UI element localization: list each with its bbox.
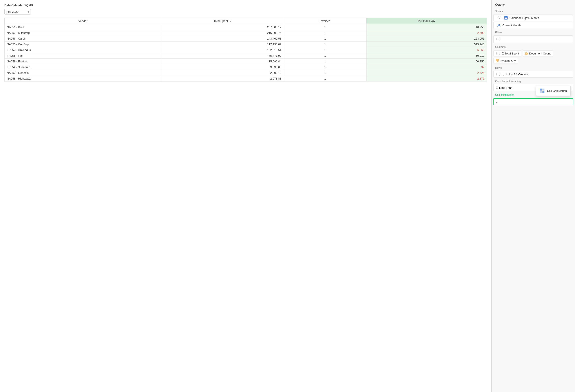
cell-total-spent: 102,518.54 (161, 47, 284, 53)
cell-total-spent: 75,471.90 (161, 53, 284, 59)
cell-total-spent: 117,133.02 (161, 42, 284, 47)
table-row: FR054 - Siren Info3,630.00137 (5, 64, 487, 70)
query-header: Query (492, 0, 575, 8)
date-dropdown[interactable]: Feb 2020Jan 2020Mar 2020Apr 2020 (4, 9, 31, 15)
cell-invoices: 1 (284, 64, 366, 70)
table-row: FR056 - Ifac75,471.90160,912 (5, 53, 487, 59)
columns-row: {…} Σ Total Spent Document Count Invoice… (492, 49, 575, 65)
columns-label: Columns (492, 44, 575, 49)
col-header-purchase-qty: Purchase Qty (366, 18, 487, 24)
svg-rect-2 (506, 16, 507, 17)
table-row: FR052 - OnicIndus102,518.5416,966 (5, 47, 487, 53)
grid-icon-1 (525, 52, 528, 55)
cell-invoices: 1 (284, 59, 366, 64)
cell-invoices: 1 (284, 76, 366, 82)
cell-vendor: FR056 - Ifac (5, 53, 161, 59)
cell-vendor: FR054 - Siren Info (5, 64, 161, 70)
svg-rect-1 (505, 16, 505, 17)
svg-rect-8 (527, 54, 528, 55)
slicer-calendar-yqmd-month[interactable]: {…} Calendar YQMD Month (493, 14, 573, 21)
left-panel: Date.Calendar YQMD Feb 2020Jan 2020Mar 2… (0, 0, 491, 392)
svg-rect-14 (542, 89, 544, 91)
col-header-invoices: Invoices (284, 18, 366, 24)
svg-rect-11 (496, 61, 497, 62)
cell-invoices: 1 (284, 47, 366, 53)
sigma-icon-cond: Σ (496, 86, 498, 90)
cell-total-spent: 3,630.00 (161, 64, 284, 70)
svg-rect-15 (540, 91, 542, 93)
cell-invoices: 1 (284, 53, 366, 59)
cell-total-spent: 2,078.88 (161, 76, 284, 82)
slicer-current-month[interactable]: Current Month (493, 22, 573, 29)
col-chip-document-count[interactable]: Document Count (523, 50, 553, 56)
cell-vendor: NA052 - MitsuMfg (5, 30, 161, 36)
col-header-vendor: Vendor (5, 18, 161, 24)
cell-purchase-qty: 2,425 (366, 70, 487, 76)
cell-vendor: NA056 - Cargill (5, 36, 161, 42)
col-braces-1: {…} (496, 52, 501, 55)
svg-rect-5 (525, 52, 527, 53)
table-body: NA051 - Kraft287,508.17110,950NA052 - Mi… (5, 24, 487, 82)
filters-area: {…} (493, 35, 573, 43)
cell-purchase-qty: 515,245 (366, 42, 487, 47)
grid-icon-2 (496, 59, 499, 62)
table-row: NA058 - Highway22,078.8812,875 (5, 76, 487, 82)
cell-total-spent: 15,096.44 (161, 59, 284, 64)
svg-rect-16 (542, 91, 544, 93)
person-icon (497, 23, 501, 27)
cell-calculation-popup[interactable]: Cell Calculation (536, 86, 571, 96)
cell-total-spent: 2,203.10 (161, 70, 284, 76)
cell-vendor: NA057 - Genesis (5, 70, 161, 76)
cell-purchase-qty: 60,912 (366, 53, 487, 59)
dropdown-wrapper: Feb 2020Jan 2020Mar 2020Apr 2020 ▼ (4, 9, 31, 15)
slicer-current-month-text: Current Month (503, 24, 521, 27)
col-chip-invoiced-qty[interactable]: Invoiced Qty (493, 58, 518, 64)
cell-purchase-qty: 2,875 (366, 76, 487, 82)
braces-icon: {…} (497, 16, 502, 19)
svg-rect-10 (498, 60, 499, 61)
cell-invoices: 1 (284, 30, 366, 36)
cell-calc-section: Σ (492, 97, 575, 106)
cell-total-spent: 216,398.75 (161, 30, 284, 36)
cell-vendor: FR052 - OnicIndus (5, 47, 161, 53)
rows-area[interactable]: {…} {…} Top 10 Vendors (493, 71, 573, 78)
cell-purchase-qty: 10,950 (366, 24, 487, 30)
svg-rect-9 (496, 60, 497, 61)
col-chip-total-spent[interactable]: {…} Σ Total Spent (493, 50, 521, 56)
cell-purchase-qty: 37 (366, 64, 487, 70)
rows-label: Rows (492, 65, 575, 70)
cond-format-text: Less Than (499, 86, 512, 90)
rows-text: Top 10 Vendors (508, 72, 528, 76)
cond-format-label: Conditional formatting (492, 78, 575, 84)
col-header-total-spent[interactable]: Total Spent ▼ (161, 18, 284, 24)
col-invoiced-qty-text: Invoiced Qty (500, 59, 516, 62)
cell-invoices: 1 (284, 42, 366, 47)
table-header-row: Vendor Total Spent ▼ Invoices Purchase Q… (5, 18, 487, 24)
filters-braces: {…} (496, 38, 501, 41)
cell-purchase-qty: 2,500 (366, 30, 487, 36)
svg-rect-13 (540, 89, 542, 91)
cell-vendor: NA051 - Kraft (5, 24, 161, 30)
table-row: NA056 - Cargill143,460.581153,051 (5, 36, 487, 42)
table-row: NA051 - Kraft287,508.17110,950 (5, 24, 487, 30)
col-total-spent-text: Total Spent (505, 52, 519, 55)
svg-point-4 (498, 24, 500, 25)
cell-invoices: 1 (284, 36, 366, 42)
slicers-label: Slicers (492, 8, 575, 14)
rows-braces-1: {…} (496, 73, 501, 76)
cell-total-spent: 143,460.58 (161, 36, 284, 42)
cell-purchase-qty: 153,051 (366, 36, 487, 42)
right-panel: Query Slicers {…} Calendar YQMD Month Cu… (491, 0, 575, 392)
calendar-icon (504, 16, 508, 20)
cell-total-spent: 287,508.17 (161, 24, 284, 30)
cell-vendor: NA059 - Easton (5, 59, 161, 64)
cell-purchase-qty: 6,966 (366, 47, 487, 53)
dropdown-container: Feb 2020Jan 2020Mar 2020Apr 2020 ▼ (4, 9, 487, 15)
svg-rect-0 (504, 17, 507, 19)
svg-rect-7 (525, 54, 527, 55)
table-row: NA055 - GenSup117,133.021515,245 (5, 42, 487, 47)
cell-invoices: 1 (284, 70, 366, 76)
cell-calc-input[interactable]: Σ (493, 98, 573, 105)
sigma-icon-cell-calc: Σ (496, 100, 498, 103)
cell-vendor: NA055 - GenSup (5, 42, 161, 47)
